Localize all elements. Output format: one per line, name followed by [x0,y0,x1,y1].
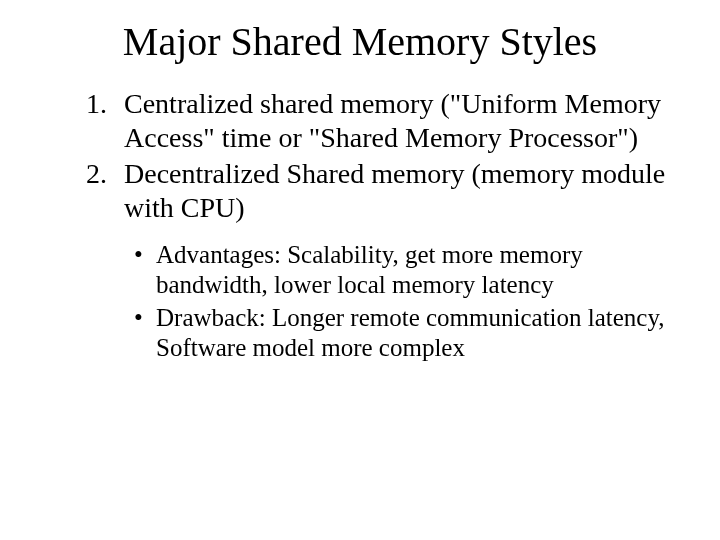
item-text: Centralized shared memory ("Uniform Memo… [124,88,661,153]
sub-item: Drawback: Longer remote communication la… [134,303,680,364]
item-number: 2. [86,157,107,191]
list-item: 1. Centralized shared memory ("Uniform M… [86,87,680,155]
sub-item-text: Drawback: Longer remote communication la… [156,304,665,362]
list-item: 2. Decentralized Shared memory (memory m… [86,157,680,225]
item-text: Decentralized Shared memory (memory modu… [124,158,665,223]
main-list: 1. Centralized shared memory ("Uniform M… [86,87,680,226]
item-number: 1. [86,87,107,121]
sub-item-text: Advantages: Scalability, get more memory… [156,241,583,299]
sub-item: Advantages: Scalability, get more memory… [134,240,680,301]
sub-list: Advantages: Scalability, get more memory… [134,240,680,364]
slide-title: Major Shared Memory Styles [68,18,652,65]
